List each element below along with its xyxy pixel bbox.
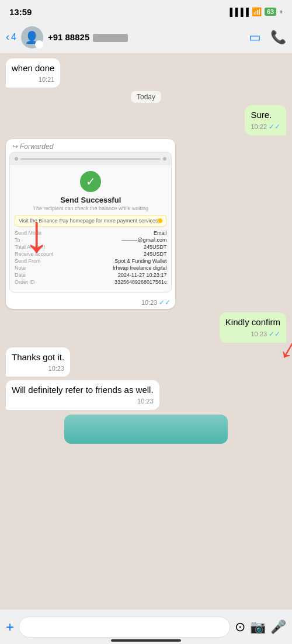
detail-label: Date [15, 272, 26, 278]
topbar-dot2 [163, 157, 166, 161]
promo-dot [158, 218, 162, 223]
detail-row: Note frhwap freelance digital [15, 265, 166, 271]
topbar-dot [15, 157, 18, 161]
avatar-badge: ⏱ [35, 40, 43, 48]
promo-text: Visit the Binance Pay homepage for more … [19, 218, 158, 224]
card-meta: 10:23 ✓✓ [6, 296, 175, 309]
message-text: Thanks got it. [12, 352, 64, 362]
message-time: 10:21 [39, 75, 55, 84]
detail-row: To ———@gmail.com [15, 237, 166, 243]
home-indicator [111, 639, 181, 642]
message-time: 10:23 [137, 397, 154, 406]
sticker-button[interactable]: ⊙ [235, 619, 245, 635]
forwarded-label: ↪ Forwarded [6, 139, 175, 152]
signal-icon: ▐▐▐▐ [227, 8, 249, 16]
detail-label: To [15, 237, 20, 243]
detail-label: Send Mode [15, 230, 41, 236]
double-tick-icon: ✓✓ [269, 122, 280, 132]
back-count: 4 [11, 32, 16, 43]
microphone-button[interactable]: 🎤 [270, 619, 286, 635]
message-text: Sure. [251, 110, 272, 120]
camera-button[interactable]: 📷 [250, 619, 266, 635]
message-bubble-kindly-confirm: Kindly confirm 10:23 ✓✓ [220, 312, 286, 343]
card-title: Send Successful [15, 196, 166, 204]
detail-value: 2024-11-27 10:23:17 [118, 272, 167, 278]
card-promo-banner: Visit the Binance Pay homepage for more … [15, 215, 166, 227]
double-tick-icon: ✓✓ [269, 329, 280, 339]
chat-header: ‹ 4 👤 ⏱ +91 88825 ▭ 📞 [0, 21, 292, 54]
wifi-icon: 📶 [252, 7, 262, 16]
detail-label: Send From [15, 258, 41, 264]
status-bar: 13:59 ▐▐▐▐ 📶 63 + [0, 0, 292, 21]
detail-value: Email [154, 230, 167, 236]
date-label: Today [131, 91, 161, 103]
double-tick-icon: ✓✓ [159, 298, 171, 307]
detail-label: Order ID [15, 279, 35, 285]
topbar-line [20, 158, 161, 160]
back-button[interactable]: ‹ 4 [6, 31, 16, 43]
detail-value: Spot & Funding Wallet [114, 258, 166, 264]
detail-label: Receive account [15, 251, 54, 257]
date-divider: Today [6, 91, 286, 102]
forwarded-card: ↪ Forwarded ✓ Send Successful The recipi… [6, 139, 175, 309]
card-subtitle: The recipient can check the balance whil… [15, 206, 166, 211]
message-input[interactable] [19, 617, 230, 638]
contact-name[interactable]: +91 88825 [48, 32, 244, 42]
message-row: when done 10:21 [6, 58, 286, 88]
video-call-icon[interactable]: ▭ [249, 30, 261, 45]
status-icons: ▐▐▐▐ 📶 63 + [227, 7, 283, 16]
message-text: Will definitely refer to friends as well… [12, 385, 154, 395]
detail-value: 245USDT [144, 251, 167, 257]
message-row-kindly-confirm: Kindly confirm 10:23 ✓✓ ↓ [6, 312, 286, 343]
detail-value: ———@gmail.com [121, 237, 166, 243]
header-actions: ▭ 📞 [249, 30, 286, 45]
card-body: ✓ Send Successful The recipient can chec… [10, 165, 171, 292]
message-time: 10:23 [251, 330, 267, 339]
forwarded-content: ✓ Send Successful The recipient can chec… [9, 152, 172, 293]
message-bubble-when-done: when done 10:21 [6, 58, 60, 88]
message-bubble-sure: Sure. 10:22 ✓✓ [245, 105, 286, 135]
message-row: Thanks got it. 10:23 [6, 347, 286, 377]
message-bubble-will-refer: Will definitely refer to friends as well… [6, 380, 159, 409]
detail-row: Date 2024-11-27 10:23:17 [15, 272, 166, 278]
message-time: 10:22 [251, 123, 267, 131]
forward-arrow-icon: ↪ [12, 142, 18, 151]
avatar: 👤 ⏱ [21, 26, 43, 48]
image-preview-strip [64, 415, 228, 444]
add-attachment-button[interactable]: + [6, 619, 14, 635]
detail-label: Total Amount [15, 244, 45, 250]
detail-row: Order ID 33256489268017561c [15, 279, 166, 285]
detail-row: Total Amount 245USDT [15, 244, 166, 250]
status-time: 13:59 [9, 7, 32, 17]
detail-value: frhwap freelance digital [113, 265, 167, 271]
message-text: when done [12, 63, 54, 73]
detail-value: 245USDT [144, 244, 167, 250]
chat-body: when done 10:21 Today Sure. 10:22 ✓✓ ↪ F… [0, 54, 292, 609]
message-row: Sure. 10:22 ✓✓ [6, 105, 286, 135]
detail-row: Receive account 245USDT [15, 251, 166, 257]
message-row: Will definitely refer to friends as well… [6, 380, 286, 409]
detail-row: Send From Spot & Funding Wallet [15, 258, 166, 264]
battery-indicator: 63 [265, 8, 276, 16]
battery-icon: + [279, 9, 283, 15]
message-bubble-thanks: Thanks got it. 10:23 [6, 347, 70, 377]
detail-label: Note [15, 265, 26, 271]
message-time: 10:23 [48, 364, 65, 373]
input-bar: + ⊙ 📷 🎤 [0, 609, 292, 644]
success-check-icon: ✓ [80, 171, 101, 192]
phone-call-icon[interactable]: 📞 [270, 30, 286, 45]
message-time: 10:23 [141, 299, 158, 306]
card-details: Send Mode Email To ———@gmail.com Total A… [15, 230, 166, 285]
contact-masked [93, 34, 128, 42]
detail-value: 33256489268017561c [114, 279, 167, 285]
message-text: Kindly confirm [225, 317, 280, 327]
detail-row: Send Mode Email [15, 230, 166, 236]
card-topbar [10, 152, 171, 165]
back-chevron-icon: ‹ [6, 31, 9, 43]
message-row-forwarded: ↪ Forwarded ✓ Send Successful The recipi… [6, 139, 286, 309]
contact-number: +91 88825 [48, 32, 89, 42]
